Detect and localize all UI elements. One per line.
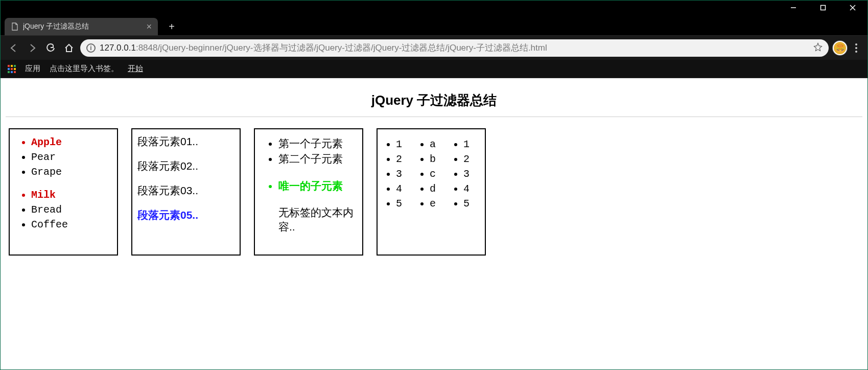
tab-strip: jQuery 子过滤器总结 × + [1, 15, 867, 35]
apps-icon[interactable] [8, 65, 16, 73]
window-title-bar [1, 1, 867, 15]
list-item: 第一个子元素 [278, 136, 359, 151]
address-bar[interactable]: i 127.0.0.1:8848/jQuery-beginner/jQuery-… [80, 39, 829, 57]
plain-text-node: 无标签的文本内容.. [258, 205, 359, 235]
list-item: Apple [31, 135, 114, 149]
list-4-col1: 1 2 3 4 5 [381, 136, 414, 247]
browser-menu-button[interactable] [851, 41, 861, 55]
list-4-col2: a b c d e [414, 136, 448, 247]
list-item: e [430, 197, 448, 211]
only-child-item: 唯一的子元素 [278, 179, 359, 193]
list-item: c [430, 167, 448, 181]
list-3b: 唯一的子元素 [258, 179, 359, 193]
paragraph: 段落元素01.. [137, 134, 234, 149]
list-item: a [430, 137, 448, 151]
tab-close-button[interactable]: × [146, 22, 152, 31]
list-item: 3 [396, 167, 414, 181]
apps-label[interactable]: 应用 [25, 64, 40, 74]
import-bookmarks-hint: 点击这里导入书签。 [50, 64, 119, 74]
list-4-col3: 1 2 3 4 5 [448, 136, 482, 247]
list-item: 5 [396, 197, 414, 211]
demo-box-3: 第一个子元素 第二个子元素 唯一的子元素 无标签的文本内容.. [254, 128, 363, 256]
list-item: b [430, 152, 448, 166]
paragraph: 段落元素02.. [137, 159, 234, 173]
horizontal-rule [6, 117, 862, 117]
list-item: d [430, 182, 448, 196]
paragraph: 段落元素03.. [137, 183, 234, 198]
file-icon [11, 22, 19, 31]
demo-boxes-row: Apple Pear Grape Milk Bread Coffee 段落元素0… [6, 128, 862, 256]
page-heading: jQuery 子过滤器总结 [6, 91, 862, 109]
paragraph-highlight: 段落元素05.. [137, 208, 234, 222]
list-item: Pear [31, 150, 114, 164]
window-close-button[interactable] [838, 1, 867, 15]
list-item: Bread [31, 203, 114, 217]
window-maximize-button[interactable] [808, 1, 838, 15]
list-1b: Milk Bread Coffee [13, 188, 114, 232]
list-item: 1 [396, 137, 414, 151]
window-minimize-button[interactable] [779, 1, 808, 15]
list-item: 4 [463, 182, 482, 196]
demo-box-1: Apple Pear Grape Milk Bread Coffee [9, 128, 118, 256]
forward-button[interactable] [25, 41, 39, 55]
demo-box-2: 段落元素01.. 段落元素02.. 段落元素03.. 段落元素05.. [131, 128, 241, 256]
back-button[interactable] [7, 41, 21, 55]
list-3a: 第一个子元素 第二个子元素 [258, 136, 359, 167]
list-item: 1 [463, 137, 482, 151]
page-viewport: jQuery 子过滤器总结 Apple Pear Grape Milk Brea… [1, 78, 867, 369]
bookmark-star-icon[interactable] [813, 42, 823, 54]
url-text: 127.0.0.1:8848/jQuery-beginner/jQuery-选择… [100, 42, 809, 54]
list-item: 3 [463, 167, 482, 181]
demo-box-4: 1 2 3 4 5 a b c d e 1 2 3 4 [377, 128, 486, 256]
bookmarks-bar: 应用 点击这里导入书签。 开始 [1, 60, 867, 78]
list-item: Milk [31, 188, 114, 202]
profile-avatar[interactable]: 🍔 [833, 41, 847, 55]
new-tab-button[interactable]: + [164, 19, 179, 34]
list-1a: Apple Pear Grape [13, 135, 114, 179]
list-item: 5 [463, 197, 482, 211]
list-item: Grape [31, 165, 114, 179]
home-button[interactable] [62, 41, 76, 55]
browser-toolbar: i 127.0.0.1:8848/jQuery-beginner/jQuery-… [1, 35, 867, 60]
list-item: 第二个子元素 [278, 152, 359, 166]
list-item: 2 [463, 152, 482, 166]
list-item: Coffee [31, 218, 114, 232]
reload-button[interactable] [43, 41, 58, 55]
list-item: 2 [396, 152, 414, 166]
bookmark-start-link[interactable]: 开始 [128, 64, 143, 74]
list-item: 4 [396, 182, 414, 196]
svg-rect-1 [821, 6, 826, 10]
site-info-icon[interactable]: i [86, 43, 96, 53]
tab-title: jQuery 子过滤器总结 [23, 22, 142, 31]
browser-tab[interactable]: jQuery 子过滤器总结 × [5, 18, 158, 35]
